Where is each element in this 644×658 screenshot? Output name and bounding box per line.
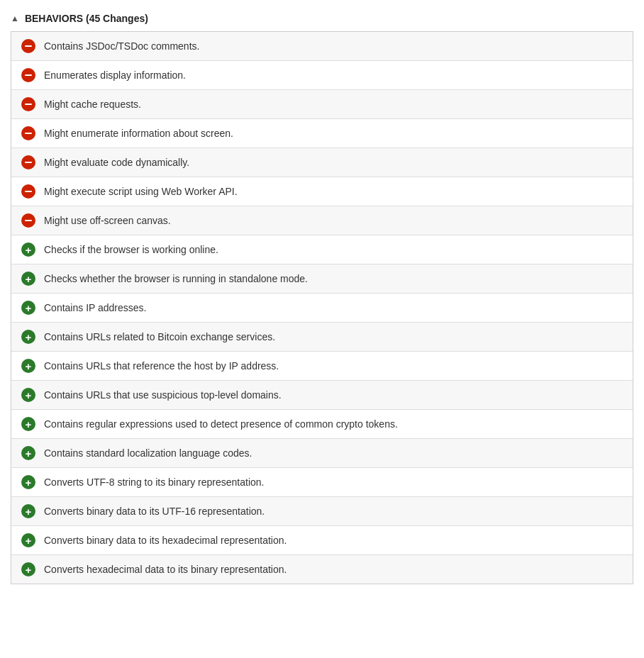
- plus-icon: [21, 533, 35, 547]
- section-header: ▲ BEHAVIORS (45 Changes): [11, 7, 633, 31]
- behavior-text: Contains URLs that use suspicious top-le…: [44, 389, 282, 401]
- behavior-text: Converts UTF-8 string to its binary repr…: [44, 476, 264, 488]
- chevron-up-icon[interactable]: ▲: [11, 13, 19, 23]
- plus-icon: [21, 417, 35, 431]
- behavior-text: Might execute script using Web Worker AP…: [44, 186, 238, 197]
- behavior-text: Contains JSDoc/TSDoc comments.: [44, 40, 199, 52]
- behavior-text: Might use off-screen canvas.: [44, 215, 171, 226]
- behaviors-list: Contains JSDoc/TSDoc comments.Enumerates…: [11, 31, 633, 584]
- behavior-text: Might cache requests.: [44, 99, 141, 110]
- list-item: Converts UTF-8 string to its binary repr…: [11, 468, 633, 497]
- plus-icon: [21, 272, 35, 286]
- minus-icon: [21, 97, 35, 111]
- list-item: Might evaluate code dynamically.: [11, 148, 633, 177]
- behavior-text: Might enumerate information about screen…: [44, 128, 233, 139]
- list-item: Contains standard localization language …: [11, 439, 633, 468]
- list-item: Contains URLs that use suspicious top-le…: [11, 381, 633, 410]
- list-item: Contains URLs related to Bitcoin exchang…: [11, 323, 633, 352]
- plus-icon: [21, 242, 35, 257]
- list-item: Converts binary data to its UTF-16 repre…: [11, 497, 633, 526]
- list-item: Might execute script using Web Worker AP…: [11, 177, 633, 206]
- behavior-text: Contains URLs that reference the host by…: [44, 360, 279, 372]
- plus-icon: [21, 504, 35, 518]
- list-item: Contains IP addresses.: [11, 294, 633, 323]
- plus-icon: [21, 475, 35, 489]
- list-item: Converts hexadecimal data to its binary …: [11, 555, 633, 584]
- list-item: Checks whether the browser is running in…: [11, 264, 633, 294]
- minus-icon: [21, 184, 35, 199]
- behavior-text: Contains regular expressions used to det…: [44, 418, 398, 430]
- list-item: Contains URLs that reference the host by…: [11, 352, 633, 381]
- list-item: Checks if the browser is working online.: [11, 235, 633, 264]
- plus-icon: [21, 446, 35, 460]
- list-item: Contains JSDoc/TSDoc comments.: [11, 32, 633, 61]
- minus-icon: [21, 126, 35, 140]
- behavior-text: Checks if the browser is working online.: [44, 244, 218, 255]
- plus-icon: [21, 562, 35, 576]
- behavior-text: Enumerates display information.: [44, 69, 186, 81]
- section-title: BEHAVIORS (45 Changes): [25, 13, 148, 24]
- minus-icon: [21, 68, 35, 82]
- behavior-text: Contains standard localization language …: [44, 447, 252, 459]
- plus-icon: [21, 388, 35, 402]
- behavior-text: Contains URLs related to Bitcoin exchang…: [44, 331, 275, 342]
- behavior-text: Checks whether the browser is running in…: [44, 273, 308, 284]
- list-item: Converts binary data to its hexadecimal …: [11, 526, 633, 555]
- behavior-text: Contains IP addresses.: [44, 302, 147, 313]
- behavior-text: Converts binary data to its UTF-16 repre…: [44, 506, 265, 517]
- list-item: Enumerates display information.: [11, 61, 633, 90]
- behavior-text: Might evaluate code dynamically.: [44, 157, 189, 168]
- plus-icon: [21, 359, 35, 373]
- plus-icon: [21, 330, 35, 344]
- list-item: Might cache requests.: [11, 90, 633, 119]
- minus-icon: [21, 39, 35, 53]
- list-item: Might enumerate information about screen…: [11, 119, 633, 148]
- behavior-text: Converts binary data to its hexadecimal …: [44, 535, 287, 546]
- list-item: Might use off-screen canvas.: [11, 206, 633, 235]
- behavior-text: Converts hexadecimal data to its binary …: [44, 564, 287, 575]
- list-item: Contains regular expressions used to det…: [11, 410, 633, 439]
- plus-icon: [21, 301, 35, 315]
- minus-icon: [21, 213, 35, 228]
- minus-icon: [21, 155, 35, 169]
- behaviors-section: ▲ BEHAVIORS (45 Changes) Contains JSDoc/…: [0, 0, 644, 591]
